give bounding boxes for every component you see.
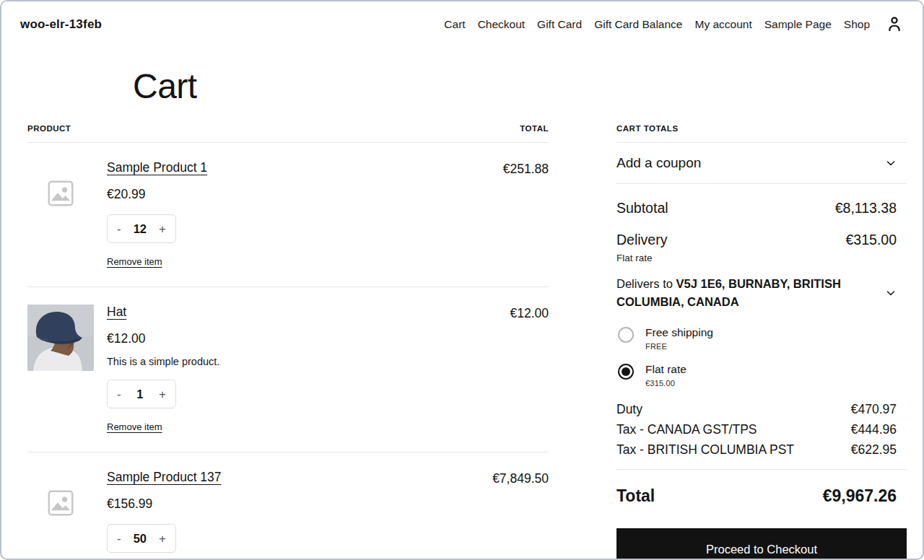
shipping-option-label: Flat rate	[645, 362, 687, 377]
shipping-option-price: FREE	[645, 342, 713, 351]
site-header: woo-elr-13feb Cart Checkout Gift Card Gi…	[1, 1, 923, 48]
tax-gst-row: Tax - CANADA GST/TPS €444.96	[616, 419, 907, 439]
product-link[interactable]: Sample Product 1	[107, 160, 207, 175]
proceed-to-checkout-button[interactable]: Proceed to Checkout	[616, 528, 907, 560]
subtotal-value: €8,113.38	[835, 200, 897, 216]
delivery-label: Delivery	[616, 232, 667, 248]
product-thumbnail[interactable]	[27, 305, 94, 371]
nav-item-cart[interactable]: Cart	[444, 18, 465, 31]
fee-value: €622.95	[851, 439, 897, 460]
quantity-stepper[interactable]: - 50 +	[107, 524, 176, 553]
quantity-stepper[interactable]: - 12 +	[107, 214, 176, 243]
add-coupon-toggle[interactable]: Add a coupon	[616, 143, 907, 184]
product-link[interactable]: Sample Product 137	[107, 470, 222, 485]
delivery-row: Delivery €315.00	[616, 216, 907, 248]
fee-value: €470.97	[851, 399, 897, 419]
quantity-increase-button[interactable]: +	[159, 223, 166, 235]
hat-product-photo	[27, 305, 94, 371]
quantity-value[interactable]: 12	[134, 222, 147, 236]
cart-item-row: Hat €12.00 This is a simple product. - 1…	[27, 287, 549, 452]
image-placeholder-icon	[45, 178, 76, 209]
nav-item-sample-page[interactable]: Sample Page	[764, 18, 832, 31]
radio-selected-icon[interactable]	[618, 364, 634, 380]
quantity-value[interactable]: 1	[136, 388, 143, 401]
nav-item-gift-card-balance[interactable]: Gift Card Balance	[594, 18, 682, 31]
radio-unselected-icon[interactable]	[618, 327, 634, 343]
grand-total-value: €9,967.26	[823, 486, 897, 506]
shipping-option-free[interactable]: Free shipping FREE	[616, 325, 907, 351]
delivery-method-note: Flat rate	[616, 253, 907, 263]
quantity-decrease-button[interactable]: -	[117, 533, 121, 545]
primary-nav: Cart Checkout Gift Card Gift Card Balanc…	[444, 18, 870, 31]
line-item-total: €12.00	[455, 305, 549, 433]
quantity-increase-button[interactable]: +	[159, 533, 166, 545]
page-title: Cart	[133, 68, 197, 106]
product-details: Hat €12.00 This is a simple product. - 1…	[107, 305, 455, 433]
add-coupon-label: Add a coupon	[616, 155, 701, 171]
fee-label: Duty	[616, 399, 642, 419]
cart-totals-panel: CART TOTALS Add a coupon Subtotal €8,113…	[616, 124, 907, 506]
quantity-decrease-button[interactable]: -	[117, 388, 121, 401]
remove-item-link[interactable]: Remove item	[107, 256, 162, 267]
product-details: Sample Product 1 €20.99 - 12 + Remove it…	[107, 160, 455, 268]
nav-item-checkout[interactable]: Checkout	[478, 18, 525, 31]
product-unit-price: €20.99	[107, 187, 455, 202]
fee-rows: Duty €470.97 Tax - CANADA GST/TPS €444.9…	[616, 399, 907, 460]
product-details: Sample Product 137 €156.99 - 50 + Remove…	[107, 470, 455, 560]
delivery-value: €315.00	[846, 232, 897, 248]
image-placeholder-icon	[45, 488, 76, 518]
cart-items-table: PRODUCT TOTAL Sample Product 1 €20.99 - …	[27, 124, 549, 560]
cart-table-header: PRODUCT TOTAL	[27, 124, 549, 143]
duty-row: Duty €470.97	[616, 399, 907, 419]
subtotal-row: Subtotal €8,113.38	[616, 184, 907, 216]
quantity-increase-button[interactable]: +	[159, 388, 166, 401]
line-item-total: €251.88	[455, 160, 549, 268]
fee-label: Tax - BRITISH COLUMBIA PST	[616, 439, 794, 460]
shipping-options: Free shipping FREE Flat rate €315.00	[616, 325, 907, 388]
account-icon[interactable]	[884, 15, 904, 35]
browser-viewport: woo-elr-13feb Cart Checkout Gift Card Gi…	[0, 0, 924, 560]
column-header-total: TOTAL	[520, 124, 549, 133]
cart-totals-heading: CART TOTALS	[616, 124, 907, 143]
site-logo[interactable]: woo-elr-13feb	[20, 17, 102, 32]
delivers-to-prefix: Delivers to	[616, 277, 676, 290]
quantity-value[interactable]: 50	[134, 532, 147, 546]
remove-item-link[interactable]: Remove item	[107, 421, 162, 432]
shipping-option-label: Free shipping	[645, 325, 713, 340]
chevron-down-icon	[885, 157, 897, 169]
chevron-down-icon	[885, 287, 897, 299]
tax-pst-row: Tax - BRITISH COLUMBIA PST €622.95	[616, 439, 907, 460]
delivery-address-toggle[interactable]: Delivers to V5J 1E6, BURNABY, BRITISH CO…	[616, 275, 907, 311]
product-unit-price: €12.00	[107, 331, 455, 346]
nav-item-my-account[interactable]: My account	[694, 18, 751, 31]
product-description: This is a simple product.	[107, 356, 455, 367]
nav-item-shop[interactable]: Shop	[844, 18, 870, 31]
fee-label: Tax - CANADA GST/TPS	[616, 419, 757, 439]
shipping-option-price: €315.00	[645, 379, 687, 388]
quantity-stepper[interactable]: - 1 +	[107, 380, 176, 408]
delivery-address-text: Delivers to V5J 1E6, BURNABY, BRITISH CO…	[616, 275, 855, 311]
grand-total-label: Total	[616, 486, 655, 506]
cart-item-row: Sample Product 137 €156.99 - 50 + Remove…	[27, 452, 549, 560]
subtotal-label: Subtotal	[616, 200, 668, 216]
line-item-total: €7,849.50	[455, 470, 549, 560]
column-header-product: PRODUCT	[27, 124, 71, 133]
shipping-option-flat-rate[interactable]: Flat rate €315.00	[616, 362, 907, 388]
quantity-decrease-button[interactable]: -	[117, 223, 121, 235]
product-unit-price: €156.99	[107, 496, 455, 512]
product-thumbnail[interactable]	[27, 470, 94, 536]
grand-total-row: Total €9,967.26	[616, 470, 907, 506]
product-link[interactable]: Hat	[107, 305, 126, 320]
product-thumbnail[interactable]	[27, 160, 94, 227]
nav-item-gift-card[interactable]: Gift Card	[537, 18, 582, 31]
cart-item-row: Sample Product 1 €20.99 - 12 + Remove it…	[27, 143, 549, 287]
fee-value: €444.96	[851, 419, 897, 439]
